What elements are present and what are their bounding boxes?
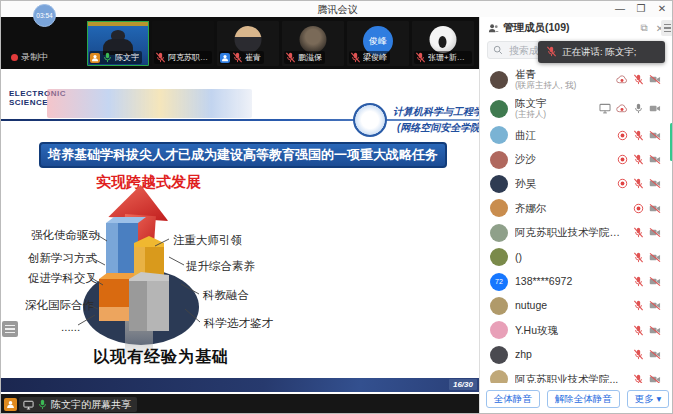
video-tile-2[interactable]: 阿克苏职业技术学... bbox=[152, 21, 214, 66]
cloud-recording-icon bbox=[616, 103, 628, 114]
camera-off-icon[interactable] bbox=[649, 300, 661, 311]
member-text: 孙昊 bbox=[515, 178, 610, 189]
recording-label: 录制中 bbox=[21, 51, 48, 64]
video-tile-6[interactable]: 张珊+新疆天山职... bbox=[412, 21, 474, 66]
member-avatar bbox=[490, 346, 508, 364]
share-status-text: 陈文宇的屏幕共享 bbox=[51, 398, 131, 412]
tile-name-bar: 张珊+新疆天山职... bbox=[414, 51, 472, 64]
mic-off-icon[interactable] bbox=[633, 154, 644, 165]
panel-toggle-icon[interactable] bbox=[661, 20, 673, 36]
member-name: 沙沙 bbox=[515, 154, 610, 165]
member-text: 阿克苏职业技术学院... bbox=[515, 374, 626, 383]
member-row-6[interactable]: 齐娜尔 bbox=[480, 196, 673, 220]
maximize-button[interactable]: ❐ bbox=[635, 2, 647, 15]
member-name: 曲江 bbox=[515, 130, 610, 141]
college-logo-icon bbox=[353, 103, 387, 137]
more-button[interactable]: 更多 ▾ bbox=[627, 390, 669, 408]
mic-off-icon[interactable] bbox=[633, 130, 644, 141]
mic-on-icon bbox=[102, 52, 113, 63]
mic-off-icon[interactable] bbox=[633, 178, 644, 189]
video-strip: 03:54 录制中 陈文宇阿克苏职业技术学...崔青鹏滋保俊峰梁俊峰张珊+新疆天… bbox=[1, 17, 479, 69]
tile-name-bar: 鹏滋保 bbox=[284, 51, 325, 64]
camera-off-icon[interactable] bbox=[649, 325, 661, 336]
member-row-12[interactable]: zhp bbox=[480, 343, 673, 367]
member-text: () bbox=[515, 252, 626, 263]
video-tile-4[interactable]: 鹏滋保 bbox=[282, 21, 344, 66]
mic-off-icon[interactable] bbox=[633, 74, 644, 85]
presenter-badge-icon bbox=[4, 398, 17, 411]
unmute-all-button[interactable]: 解除全体静音 bbox=[547, 390, 620, 408]
member-text: 沙沙 bbox=[515, 154, 610, 165]
member-row-7[interactable]: 阿克苏职业技术学院欧明桥 bbox=[480, 221, 673, 245]
member-panel-header: 管理成员(109) ⧉ ✕ bbox=[480, 17, 673, 39]
member-row-10[interactable]: nutuge bbox=[480, 294, 673, 318]
member-name: 阿克苏职业技术学院欧明桥 bbox=[515, 227, 626, 238]
mic-off-icon[interactable] bbox=[633, 349, 644, 360]
member-name: 齐娜尔 bbox=[515, 203, 626, 214]
presenter-silhouette bbox=[111, 30, 125, 41]
window-titlebar: 腾讯会议 — ❐ ✕ bbox=[1, 1, 673, 17]
member-row-9[interactable]: 72138****6972 bbox=[480, 269, 673, 293]
camera-off-icon[interactable] bbox=[649, 178, 661, 189]
video-tile-1[interactable]: 陈文宇 bbox=[87, 21, 149, 66]
member-text: 曲江 bbox=[515, 130, 610, 141]
mic-on-icon[interactable] bbox=[633, 103, 644, 114]
mic-off-icon[interactable] bbox=[633, 374, 644, 383]
screen-share-icon bbox=[599, 103, 611, 114]
member-row-2[interactable]: 陈文宇(主持人) bbox=[480, 94, 673, 123]
mute-all-button[interactable]: 全体静音 bbox=[486, 390, 540, 408]
camera-off-icon[interactable] bbox=[649, 252, 661, 263]
mic-off-icon[interactable] bbox=[633, 325, 644, 336]
member-row-8[interactable]: () bbox=[480, 245, 673, 269]
member-row-11[interactable]: Y.Hu玫瑰 bbox=[480, 318, 673, 342]
camera-off-icon[interactable] bbox=[649, 276, 661, 287]
mic-off-icon[interactable] bbox=[633, 227, 644, 238]
main-area: 03:54 录制中 陈文宇阿克苏职业技术学...崔青鹏滋保俊峰梁俊峰张珊+新疆天… bbox=[1, 17, 479, 414]
cohost-badge-icon bbox=[220, 53, 230, 63]
camera-on-icon[interactable] bbox=[649, 103, 661, 114]
mic-off-icon[interactable] bbox=[633, 300, 644, 311]
mic-off-icon bbox=[415, 52, 426, 63]
member-avatar bbox=[490, 199, 508, 217]
camera-off-icon[interactable] bbox=[649, 227, 661, 238]
member-avatar bbox=[490, 370, 508, 383]
camera-off-icon[interactable] bbox=[649, 203, 661, 214]
mic-off-icon[interactable] bbox=[633, 252, 644, 263]
shared-slide: ELECTRONIC SCIENCE 计算机科学与工程学院 (网络空间安全学院)… bbox=[1, 69, 479, 394]
mic-off-icon bbox=[155, 52, 166, 63]
camera-off-icon[interactable] bbox=[649, 130, 661, 141]
member-row-3[interactable]: 曲江 bbox=[480, 123, 673, 147]
popout-icon[interactable]: ⧉ bbox=[638, 22, 650, 34]
close-button[interactable]: ✕ bbox=[656, 2, 668, 15]
member-name: Y.Hu玫瑰 bbox=[515, 325, 626, 336]
mic-off-icon[interactable] bbox=[633, 276, 644, 287]
search-icon bbox=[493, 45, 503, 55]
record-dot-icon bbox=[617, 178, 628, 189]
members-icon bbox=[488, 23, 499, 34]
member-row-4[interactable]: 沙沙 bbox=[480, 147, 673, 171]
member-row-5[interactable]: 孙昊 bbox=[480, 172, 673, 196]
slide-label-left-5: ...... bbox=[61, 321, 80, 333]
meeting-timer-badge[interactable]: 03:54 bbox=[33, 4, 56, 27]
campus-skyline-image bbox=[47, 89, 252, 118]
tile-name-bar: 梁俊峰 bbox=[349, 51, 390, 64]
video-tile-5[interactable]: 俊峰梁俊峰 bbox=[347, 21, 409, 66]
tencent-meeting-window: 腾讯会议 — ❐ ✕ 03:54 录制中 陈文宇阿克苏职业技术学...崔青鹏滋保… bbox=[0, 0, 673, 414]
member-list[interactable]: 崔青(联席主持人, 我)陈文宇(主持人)曲江沙沙孙昊齐娜尔阿克苏职业技术学院欧明… bbox=[480, 65, 673, 383]
tile-participant-name: 梁俊峰 bbox=[363, 52, 387, 63]
member-text: 齐娜尔 bbox=[515, 203, 626, 214]
minimize-button[interactable]: — bbox=[614, 2, 626, 15]
tile-avatar bbox=[235, 26, 262, 53]
camera-off-icon[interactable] bbox=[649, 349, 661, 360]
video-tile-3[interactable]: 崔青 bbox=[217, 21, 279, 66]
cloud-recording-icon bbox=[616, 74, 628, 85]
camera-off-icon[interactable] bbox=[649, 374, 661, 383]
camera-off-icon[interactable] bbox=[649, 74, 661, 85]
member-name: 阿克苏职业技术学院... bbox=[515, 374, 626, 383]
member-row-13[interactable]: 阿克苏职业技术学院... bbox=[480, 367, 673, 383]
camera-off-icon[interactable] bbox=[649, 154, 661, 165]
member-row-1[interactable]: 崔青(联席主持人, 我) bbox=[480, 65, 673, 94]
member-name: () bbox=[515, 252, 626, 263]
mic-off-icon bbox=[546, 46, 557, 59]
member-text: 陈文宇(主持人) bbox=[515, 98, 592, 120]
